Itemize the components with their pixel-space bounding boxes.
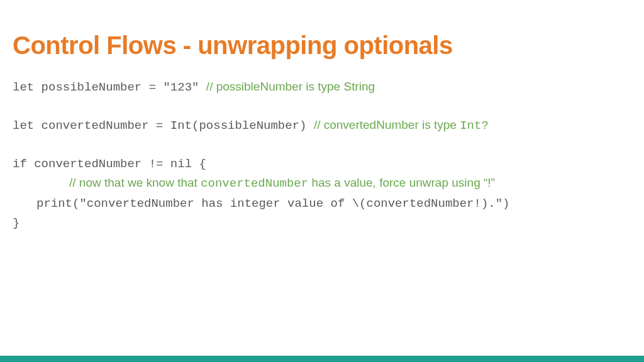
slide: Control Flows - unwrapping optionals let… xyxy=(0,0,644,362)
footer-accent-bar xyxy=(0,356,644,362)
code-line-3: if convertedNumber != nil { xyxy=(13,154,631,173)
code-comment-mono: Int? xyxy=(460,119,489,133)
code-text: if convertedNumber != nil { xyxy=(13,157,206,171)
code-comment-quote: “!” xyxy=(484,176,495,189)
slide-title: Control Flows - unwrapping optionals xyxy=(13,31,631,60)
code-line-4: // now that we know that convertedNumber… xyxy=(13,173,631,193)
code-comment-mono: convertedNumber xyxy=(201,177,308,190)
code-text: let convertedNumber = Int(possibleNumber… xyxy=(13,119,314,133)
code-line-6: } xyxy=(13,213,631,233)
code-line-5: print("convertedNumber has integer value… xyxy=(13,194,631,213)
code-comment: // possibleNumber is type String xyxy=(206,80,375,93)
blank-line xyxy=(13,97,631,115)
code-text: let possibleNumber = "123" xyxy=(13,80,206,94)
code-comment: has a value, force unwrap using xyxy=(308,176,484,189)
code-block: let possibleNumber = "123" // possibleNu… xyxy=(13,77,631,233)
code-text: print("convertedNumber has integer value… xyxy=(36,197,510,211)
code-comment: // now that we know that xyxy=(69,176,201,189)
blank-line xyxy=(13,135,631,153)
code-line-2: let convertedNumber = Int(possibleNumber… xyxy=(13,116,631,135)
code-text: } xyxy=(13,216,19,230)
code-line-1: let possibleNumber = "123" // possibleNu… xyxy=(13,77,631,97)
code-comment: // convertedNumber is type xyxy=(314,118,460,131)
